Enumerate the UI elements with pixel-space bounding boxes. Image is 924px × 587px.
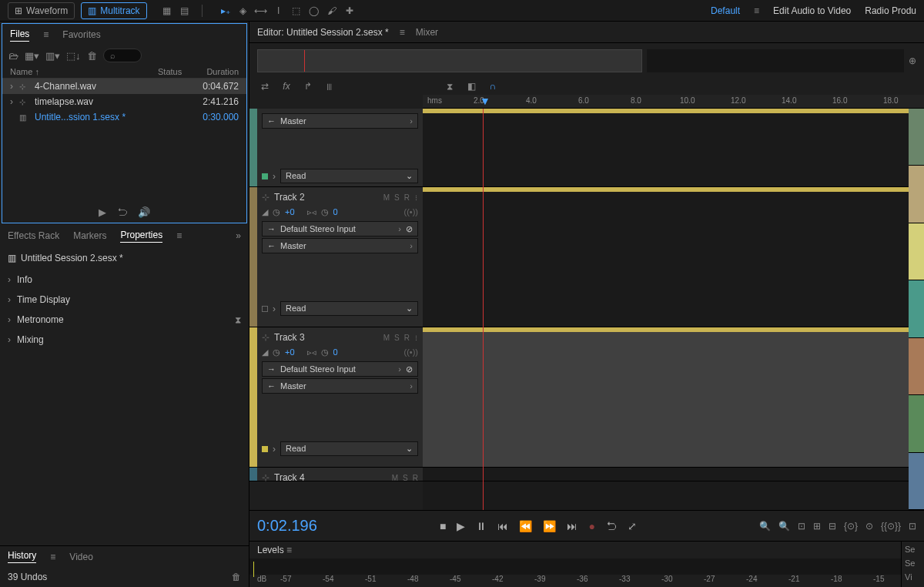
track-lanes[interactable]: [423, 109, 909, 510]
properties-menu-icon[interactable]: ≡: [176, 230, 182, 241]
new-file-icon[interactable]: ▦▾: [25, 50, 39, 62]
spectral-frequency-icon[interactable]: ▦: [159, 3, 175, 18]
output-route[interactable]: ←Master›: [262, 378, 418, 394]
playhead-return-icon[interactable]: ∩: [485, 79, 500, 94]
playhead-handle[interactable]: ▼: [480, 95, 490, 107]
track-name[interactable]: Track 3: [274, 332, 379, 343]
automation-indicator[interactable]: [262, 173, 268, 179]
toggle-inputs-icon[interactable]: ⇄: [257, 79, 273, 94]
time-ruler[interactable]: hms 2.0 ▼ 4.0 6.0 8.0 10.0 12.0 14.0 16.…: [423, 95, 924, 109]
solo-button[interactable]: S: [394, 334, 400, 342]
automation-mode-select[interactable]: Read⌄: [280, 301, 418, 316]
track-name[interactable]: Track 4: [274, 472, 387, 483]
automation-mode-select[interactable]: Read⌄: [280, 169, 418, 183]
grip-icon[interactable]: ⊹: [262, 332, 270, 343]
zoom-in-icon[interactable]: 🔍: [759, 521, 771, 532]
play-button[interactable]: ▶: [457, 520, 465, 532]
video-tab[interactable]: Video: [69, 552, 92, 562]
track-header-4[interactable]: ⊹Track 4MSR: [249, 468, 423, 481]
chevron-right-icon[interactable]: ›: [398, 364, 401, 374]
go-to-end-button[interactable]: ⏭: [567, 520, 578, 532]
track-name[interactable]: Track 2: [274, 192, 379, 203]
volume-value[interactable]: +0: [285, 207, 295, 216]
properties-tab[interactable]: Properties: [120, 230, 162, 243]
heal-icon[interactable]: ✚: [342, 3, 357, 18]
rewind-button[interactable]: ⏪: [519, 520, 532, 532]
zoom-in-vert-icon[interactable]: ⊙: [865, 521, 873, 532]
snap-icon[interactable]: ◧: [464, 79, 479, 94]
monitor-button[interactable]: ⫶: [414, 334, 418, 342]
fast-forward-button[interactable]: ⏩: [543, 520, 556, 532]
mute-button[interactable]: M: [383, 334, 390, 342]
file-row[interactable]: › ⊹ timelapse.wav 2:41.216: [2, 94, 246, 109]
chevron-right-icon[interactable]: ›: [273, 444, 276, 455]
workspace-edit-av[interactable]: Edit Audio to Video: [773, 5, 851, 16]
zoom-vertical-icon[interactable]: ⊟: [829, 521, 836, 532]
input-route[interactable]: →Default Stereo Input›⊘: [262, 221, 418, 236]
automation-indicator[interactable]: [262, 446, 268, 452]
eq-icon[interactable]: ⫼: [322, 79, 337, 94]
metronome-icon[interactable]: ⧗: [235, 314, 241, 325]
output-route[interactable]: ←Master›: [262, 113, 418, 129]
chevron-right-icon[interactable]: ›: [410, 116, 413, 126]
chevron-right-icon[interactable]: ›: [410, 381, 413, 391]
history-tab[interactable]: History: [8, 550, 36, 563]
record-arm-button[interactable]: R: [404, 334, 410, 342]
track-header-2[interactable]: ⊹Track 2MSR⫶ ◢◷+0▹◃◷0((•)) →Default Ster…: [249, 187, 423, 327]
spectral-pitch-icon[interactable]: ▤: [177, 3, 192, 18]
play-preview-icon[interactable]: ▶: [99, 206, 106, 218]
prop-section-mixing[interactable]: ›Mixing: [0, 330, 249, 350]
volume-value[interactable]: +0: [285, 347, 295, 357]
automation-mode-select[interactable]: Read⌄: [280, 441, 418, 456]
overview-playhead[interactable]: [304, 50, 305, 72]
workspace-menu-icon[interactable]: ≡: [754, 5, 759, 16]
loop-preview-icon[interactable]: ⮌: [117, 206, 127, 218]
autoplay-icon[interactable]: 🔊: [138, 206, 150, 218]
prop-section-time[interactable]: ›Time Display: [0, 290, 249, 310]
more-tabs-icon[interactable]: »: [236, 230, 241, 241]
open-file-icon[interactable]: 🗁: [8, 50, 18, 62]
grip-icon[interactable]: ⊹: [262, 472, 270, 483]
volume-dial-icon[interactable]: ◷: [273, 207, 280, 217]
history-menu-icon[interactable]: ≡: [50, 552, 55, 562]
overview-reset-icon[interactable]: ⊕: [909, 55, 916, 66]
stop-button[interactable]: ■: [440, 520, 446, 532]
phase-icon[interactable]: ⊘: [406, 224, 413, 234]
expand-icon[interactable]: ›: [10, 81, 19, 92]
record-arm-button[interactable]: R: [404, 193, 410, 202]
chevron-right-icon[interactable]: ›: [273, 304, 276, 314]
chevron-right-icon[interactable]: ›: [398, 224, 401, 233]
file-row[interactable]: ▥ Untitle...ssion 1.sesx * 0:30.000: [2, 109, 246, 125]
close-file-icon[interactable]: 🗑: [87, 50, 97, 62]
column-status[interactable]: Status: [158, 67, 192, 76]
lasso-icon[interactable]: ◯: [306, 3, 322, 18]
solo-button[interactable]: S: [403, 474, 408, 482]
go-to-start-button[interactable]: ⏮: [497, 520, 508, 532]
mute-button[interactable]: M: [383, 193, 390, 202]
trash-icon[interactable]: 🗑: [232, 572, 241, 582]
pan-value[interactable]: 0: [333, 207, 338, 216]
zoom-out-icon[interactable]: 🔍: [778, 521, 790, 532]
side-panel-1[interactable]: Se: [905, 545, 921, 554]
record-arm-button[interactable]: R: [413, 474, 418, 482]
metronome-toggle-icon[interactable]: ⧗: [442, 79, 457, 94]
zoom-fit-icon[interactable]: {⊙}: [844, 521, 858, 532]
audio-clip[interactable]: [423, 332, 909, 467]
expand-icon[interactable]: ›: [10, 96, 19, 107]
files-menu-icon[interactable]: ≡: [43, 29, 49, 40]
favorites-tab[interactable]: Favorites: [62, 29, 100, 40]
chevron-right-icon[interactable]: ›: [273, 171, 276, 182]
multitrack-mode-button[interactable]: ▥ Multitrack: [81, 2, 146, 19]
workspace-radio[interactable]: Radio Produ: [865, 5, 916, 16]
pan-value[interactable]: 0: [333, 347, 338, 357]
pause-button[interactable]: ⏸: [476, 520, 487, 532]
move-tool-icon[interactable]: ▸₊: [218, 3, 233, 18]
output-route[interactable]: ←Master›: [262, 238, 418, 253]
loop-button[interactable]: ⮌: [606, 520, 617, 532]
insert-icon[interactable]: ⬚↓: [66, 50, 81, 62]
workspace-default[interactable]: Default: [711, 5, 740, 16]
prop-section-metronome[interactable]: ›Metronome⧗: [0, 310, 249, 330]
side-panel-2[interactable]: Se: [905, 558, 921, 568]
side-panel-3[interactable]: Vi: [905, 572, 921, 582]
slip-tool-icon[interactable]: ⟷: [253, 3, 269, 18]
